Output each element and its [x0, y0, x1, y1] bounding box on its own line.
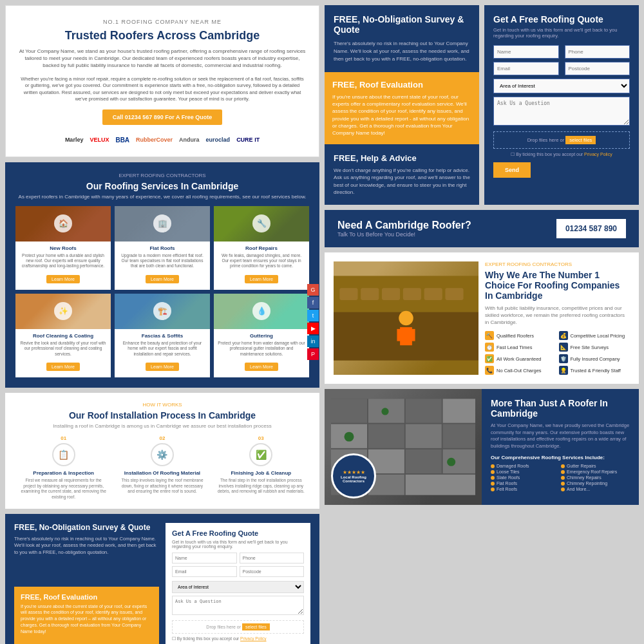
feature-icon-qualified: 🔨 — [485, 331, 494, 340]
process-title: Our Roof Installation Process In Cambrid… — [14, 410, 310, 421]
more-service-3: Loose Tiles — [491, 469, 560, 474]
service-learn-guttering[interactable]: Learn More — [245, 363, 278, 371]
services-section: EXPERT ROOFING CONTRACTORS Our Roofing S… — [5, 162, 319, 388]
bottom-quote-form: Get A Free Roofing Quote Get in touch wi… — [166, 523, 310, 644]
service-desc-new-roofs: Protect your home with a durable and sty… — [19, 253, 107, 269]
bottom-form-title: Get A Free Roofing Quote — [172, 529, 304, 537]
left-column: NO.1 ROOFING COMPANY NEAR ME Trusted Roo… — [5, 5, 319, 644]
service-card-flat-roofs: 🏢 Flat Roofs Upgrade to a modern more ef… — [115, 206, 210, 290]
service-name-guttering: Guttering — [218, 333, 305, 339]
service-name-new-roofs: New Roofs — [19, 245, 107, 251]
bottom-area-select[interactable]: Area of Interest — [172, 581, 304, 593]
why-description: With full public liability insurance, co… — [485, 305, 630, 327]
feature-staff: 👷 Trusted & Friendly Staff — [559, 366, 630, 375]
qf-area-select[interactable]: Area of Interest — [493, 79, 630, 93]
more-service-10: And More... — [561, 487, 630, 491]
need-roofer-phone[interactable]: 01234 587 890 — [556, 219, 626, 238]
service-learn-cleaning[interactable]: Learn More — [46, 363, 80, 371]
hero-description2: Whether you're facing a minor roof repai… — [19, 76, 306, 103]
dot-1 — [491, 464, 495, 468]
service-learn-fascias[interactable]: Learn More — [146, 363, 179, 371]
process-steps: 01 📋 Preparation & Inspection First we m… — [14, 435, 310, 500]
brand-rubbercover: RubberCover — [136, 137, 173, 143]
service-img-fascias: 🏗️ — [115, 294, 210, 329]
more-services-list: Our Comprehensive Roofing Services Inclu… — [491, 455, 630, 491]
features-grid: 🔨 Qualified Roofers 💰 Competitive Local … — [485, 331, 630, 375]
bottom-privacy-link[interactable]: Privacy Policy — [240, 636, 266, 641]
qf-phone-input[interactable] — [565, 45, 630, 59]
bottom-name-input[interactable] — [172, 553, 237, 564]
process-step-3: 03 ✅ Finishing Job & Cleanup The final s… — [216, 435, 305, 494]
service-img-cleaning: ✨ — [15, 294, 111, 329]
social-facebook-btn[interactable]: f — [307, 297, 319, 308]
svg-rect-16 — [443, 399, 475, 423]
service-learn-flat-roofs[interactable]: Learn More — [146, 275, 179, 283]
qf-privacy-link[interactable]: Privacy Policy — [584, 152, 612, 156]
service-desc-fascias: Enhance the beauty and protection of you… — [118, 341, 206, 357]
process-step-2: 02 ⚙️ Installation Of Roofing Material T… — [118, 435, 207, 494]
feature-label-pricing: Competitive Local Pricing — [571, 333, 625, 339]
service-card-guttering: 💧 Guttering Protect your home from water… — [214, 294, 309, 377]
dot-9 — [491, 488, 495, 491]
more-service-8: Chimney Repointing — [561, 481, 630, 486]
step-title-2: Installation Of Roofing Material — [118, 470, 207, 476]
qf-name-input[interactable] — [493, 45, 559, 59]
more-service-6: Chimney Repairs — [561, 475, 630, 480]
feature-icon-staff: 👷 — [559, 366, 568, 375]
service-img-guttering: 💧 — [214, 294, 309, 329]
offer-help: FREE, Help & Advice We don't charge anyt… — [325, 144, 479, 205]
company-tag: NO.1 ROOFING COMPANY NEAR ME — [19, 19, 306, 25]
qf-email-input[interactable] — [493, 62, 559, 75]
process-step-1: 01 📋 Preparation & Inspection First we m… — [19, 435, 108, 500]
qf-send-button[interactable]: Send — [493, 162, 531, 178]
badge-text: Local Roofing Contractors — [333, 475, 374, 483]
step-number-1: 01 — [19, 435, 108, 441]
qf-select-files-btn[interactable]: select files — [565, 136, 596, 144]
feature-callout: 📞 No Call-Out Charges — [485, 366, 556, 375]
feature-label-lead-times: Fast Lead Times — [497, 345, 532, 350]
service-card-new-roofs: 🏠 New Roofs Protect your home with a dur… — [15, 206, 111, 290]
service-name-fascias: Fascias & Soffits — [118, 333, 206, 339]
need-roofer-subtitle: Talk To Us Before You Decide! — [337, 231, 471, 238]
bottom-form-subtitle: Get in touch with us via this form and w… — [172, 540, 304, 549]
social-pinterest-btn[interactable]: P — [307, 348, 319, 360]
hero-cta-button[interactable]: Call 01234 567 890 For A Free Quote — [102, 109, 222, 125]
step-number-3: 03 — [216, 435, 305, 441]
svg-rect-15 — [406, 399, 442, 423]
free-offers-panel: FREE, No-Obligation Survey & Quote There… — [325, 5, 479, 205]
bottom-survey-title: FREE, No-Obligation Survey & Quote — [14, 523, 159, 532]
service-learn-new-roofs[interactable]: Learn More — [46, 275, 80, 283]
social-sidebar: G f t ▶ in P — [307, 284, 319, 360]
services-subtitle: As expert roofers in Cambridge with many… — [15, 194, 309, 200]
svg-rect-19 — [406, 424, 442, 448]
step-circle-2: ⚙️ — [151, 443, 174, 466]
bottom-postcode-input[interactable] — [240, 566, 305, 577]
step-circle-3: ✅ — [249, 443, 272, 466]
feature-icon-insured: 🛡️ — [559, 354, 568, 363]
bottom-file-drop: Drop files here or select files — [172, 620, 304, 634]
svg-rect-23 — [406, 450, 442, 473]
step-desc-1: First we measure all requirements for th… — [19, 478, 108, 500]
services-tag: EXPERT ROOFING CONTRACTORS — [15, 173, 309, 178]
bottom-phone-input[interactable] — [240, 553, 305, 564]
qf-question-textarea[interactable] — [493, 97, 630, 126]
bottom-select-files-btn[interactable]: select files — [242, 623, 270, 630]
social-youtube-btn[interactable]: ▶ — [307, 323, 319, 334]
service-learn-repairs[interactable]: Learn More — [245, 275, 278, 283]
bottom-survey-desc: There's absolutely no risk in reaching o… — [14, 536, 159, 556]
process-section: HOW IT WORKS Our Roof Installation Proce… — [5, 393, 319, 509]
more-service-1: Damaged Roofs — [491, 464, 560, 468]
social-linkedin-btn[interactable]: in — [307, 336, 319, 347]
feature-label-callout: No Call-Out Charges — [497, 368, 542, 374]
social-twitter-btn[interactable]: t — [307, 310, 319, 321]
offer-help-desc: We don't charge anything if you're calli… — [334, 167, 470, 196]
qf-file-drop: Drop files here or select files — [493, 131, 630, 149]
brand-andura: Andura — [179, 137, 200, 143]
bottom-email-input[interactable] — [172, 566, 237, 577]
service-icon-repairs: 🔧 — [252, 214, 270, 232]
dot-3 — [491, 470, 495, 474]
bottom-question-textarea[interactable] — [172, 596, 304, 615]
social-google-btn[interactable]: G — [307, 284, 319, 296]
brand-bba: BBA — [115, 137, 129, 144]
qf-postcode-input[interactable] — [565, 62, 630, 75]
